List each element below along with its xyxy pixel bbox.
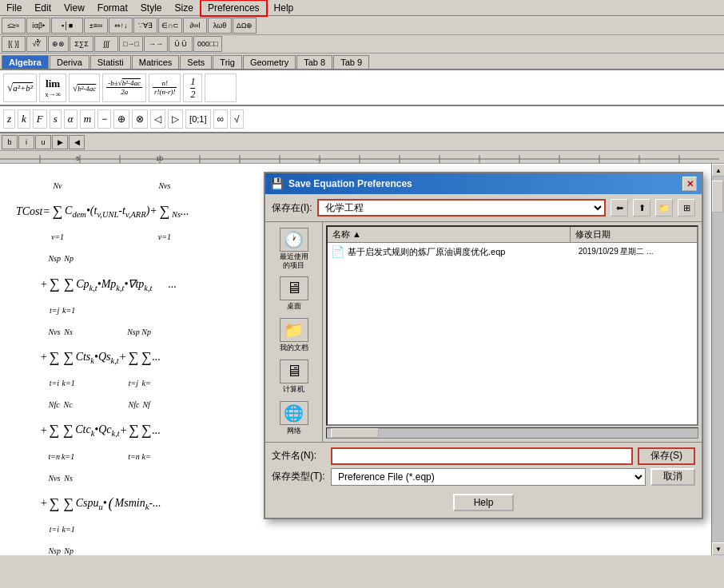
- math-half-template[interactable]: 1 2: [183, 74, 202, 102]
- file-list-item[interactable]: 📄 基于启发式规则的炼厂原油调度优化.eqp 2019/10/29 星期二 ..…: [328, 243, 697, 260]
- eq-tb-4[interactable]: ▶: [52, 135, 68, 149]
- tab-8[interactable]: Tab 8: [296, 55, 332, 69]
- file-list-area[interactable]: 名称 ▲ 修改日期 📄 基于启发式规则的炼厂原油调度优化.eqp 2019/10…: [326, 225, 698, 426]
- tb-btn-integral[interactable]: ∫∫∫: [94, 36, 118, 52]
- eq-partial-text: ...: [181, 199, 189, 224]
- menu-edit[interactable]: Edit: [28, 1, 58, 15]
- new-folder-button[interactable]: 📁: [655, 199, 673, 217]
- math-oplus2[interactable]: ⊕: [113, 109, 129, 129]
- sidebar-computer-label: 计算机: [283, 384, 304, 395]
- tb-btn-sigma[interactable]: Σ∑Σ: [70, 36, 93, 52]
- h-scrollbar[interactable]: [326, 427, 698, 439]
- math-z[interactable]: z: [3, 109, 15, 129]
- sidebar-desktop-label: 桌面: [287, 301, 301, 312]
- tb-btn-plusminus[interactable]: ±≡∞: [84, 18, 108, 34]
- tab-9[interactable]: Tab 9: [333, 55, 369, 69]
- math-minus[interactable]: −: [97, 109, 111, 129]
- nav-up-button[interactable]: ⬆: [633, 199, 650, 217]
- tb-btn-bracket[interactable]: [( )]: [2, 36, 26, 52]
- eq-toolbar: b i u ▶ ◀: [0, 133, 724, 151]
- menu-help[interactable]: Help: [268, 1, 300, 15]
- math-comb-template[interactable]: n! r!(n-r)!: [149, 74, 181, 102]
- menu-file[interactable]: File: [0, 1, 28, 15]
- save-button[interactable]: 保存(S): [638, 447, 695, 465]
- math-template-row: √a²+b² lim x→∞ √b²-4ac -b±√b²-4ac 2a n! …: [0, 70, 724, 106]
- tb-btn-oplus[interactable]: ⊕⊗: [48, 36, 69, 52]
- tab-deriva[interactable]: Deriva: [50, 55, 90, 69]
- menu-format[interactable]: Format: [91, 1, 134, 15]
- menu-size[interactable]: Size: [169, 1, 200, 15]
- cancel-button[interactable]: 取消: [650, 468, 695, 486]
- col-header-name[interactable]: 名称 ▲: [328, 227, 571, 242]
- scroll-down-arrow[interactable]: ▼: [712, 542, 724, 555]
- menubar: File Edit View Format Style Size Prefere…: [0, 0, 724, 16]
- tab-algebra[interactable]: Algebra: [2, 55, 49, 69]
- tb-btn-lambda[interactable]: λωθ: [208, 18, 232, 34]
- tab-geometry[interactable]: Geometry: [243, 55, 296, 69]
- h-scroll-thumb[interactable]: [331, 428, 379, 438]
- sidebar-documents[interactable]: 📁 我的文档: [265, 316, 322, 356]
- eq-tb-2[interactable]: i: [18, 135, 34, 149]
- tab-trig[interactable]: Trig: [213, 55, 242, 69]
- file-item-name: 基于启发式规则的炼厂原油调度优化.eqp: [348, 246, 579, 258]
- scroll-up-arrow[interactable]: ▲: [712, 164, 724, 177]
- eq-cdem: Cdem•(tv,UNL-tv,ARR)+: [65, 198, 157, 224]
- tb-btn-rarrow[interactable]: →→: [144, 36, 168, 52]
- math-k[interactable]: k: [18, 109, 30, 129]
- tab-sets[interactable]: Sets: [180, 55, 212, 69]
- scrollbar-vertical[interactable]: ▲ ▼: [711, 164, 724, 555]
- sidebar-computer[interactable]: 🖥 计算机: [265, 357, 322, 397]
- help-button[interactable]: Help: [453, 494, 515, 511]
- math-m[interactable]: m: [80, 109, 95, 129]
- tb-btn-uvec[interactable]: Û Û: [169, 36, 193, 52]
- sidebar-network[interactable]: 🌐 网络: [265, 399, 322, 439]
- tab-statisti[interactable]: Statisti: [90, 55, 131, 69]
- tb-btn-delta[interactable]: ΔΩ⊕: [233, 18, 257, 34]
- tb-btn-logic[interactable]: ∵∀∃: [133, 18, 157, 34]
- math-infty2[interactable]: ∞: [213, 109, 229, 129]
- save-in-row: 保存在(I): 化学工程 ⬅ ⬆ 📁 ⊞: [265, 194, 702, 222]
- tb-btn-leq[interactable]: ≤≥≈: [2, 18, 26, 34]
- tb-btn-box[interactable]: □→□: [119, 36, 143, 52]
- menu-view[interactable]: View: [58, 1, 91, 15]
- math-s[interactable]: s: [50, 109, 62, 129]
- eq-tb-5[interactable]: ◀: [69, 135, 85, 149]
- math-sqrt2[interactable]: √: [230, 109, 244, 129]
- view-button[interactable]: ⊞: [678, 199, 695, 217]
- save-in-select[interactable]: 化学工程: [317, 199, 606, 217]
- dialog-close-button[interactable]: ✕: [682, 177, 697, 191]
- nav-back-button[interactable]: ⬅: [611, 199, 628, 217]
- menu-style[interactable]: Style: [134, 1, 169, 15]
- content-area: TCost= Nv∑v=1 Cdem•(tv,UNL-tv,ARR)+ Nvs∑…: [0, 164, 724, 555]
- menu-preferences[interactable]: Preferences: [200, 0, 268, 17]
- tb-btn-sqrt[interactable]: √∛: [26, 36, 47, 52]
- tab-matrices[interactable]: Matrices: [132, 55, 180, 69]
- dialog-bottom: 文件名(N): 保存(S) 保存类型(T): Preference File (…: [265, 442, 702, 491]
- math-sqrt-template[interactable]: √a²+b²: [3, 74, 37, 102]
- math-F[interactable]: F: [33, 109, 47, 129]
- filename-input[interactable]: [331, 447, 633, 465]
- filetype-select[interactable]: Preference File (*.eqp): [331, 468, 646, 486]
- math-quadformula-template[interactable]: -b±√b²-4ac 2a: [102, 74, 146, 102]
- math-ltri[interactable]: ◁: [150, 109, 165, 129]
- sidebar-recent[interactable]: 🕐 最近使用的项目: [265, 225, 322, 272]
- math-empty-template[interactable]: [205, 74, 237, 102]
- tb-btn-alpha[interactable]: ⅰαβ•: [26, 18, 50, 34]
- tb-btn-sets[interactable]: ∈∩⊂: [158, 18, 182, 34]
- math-quadratic-template[interactable]: √b²-4ac: [69, 74, 100, 102]
- tb-btn-infty[interactable]: ∂∞l: [183, 18, 207, 34]
- sidebar-desktop[interactable]: 🖥 桌面: [265, 274, 322, 314]
- eq-tb-3[interactable]: u: [35, 135, 51, 149]
- math-bracket2[interactable]: [0;1]: [185, 109, 210, 129]
- scroll-thumb[interactable]: [712, 181, 723, 213]
- math-rtri[interactable]: ▷: [168, 109, 183, 129]
- eq-tb-1[interactable]: b: [2, 135, 18, 149]
- math-otimes[interactable]: ⊗: [132, 109, 148, 129]
- math-alpha[interactable]: α: [64, 109, 78, 129]
- col-header-date[interactable]: 修改日期: [571, 227, 697, 242]
- tb-btn-arrows[interactable]: ⇔↑↓: [109, 18, 133, 34]
- scroll-track[interactable]: [712, 177, 724, 542]
- tb-btn-matrix[interactable]: ▪│■: [51, 18, 83, 34]
- tb-btn-dots[interactable]: 000□□: [193, 36, 222, 52]
- math-lim-template[interactable]: lim x→∞: [39, 74, 66, 102]
